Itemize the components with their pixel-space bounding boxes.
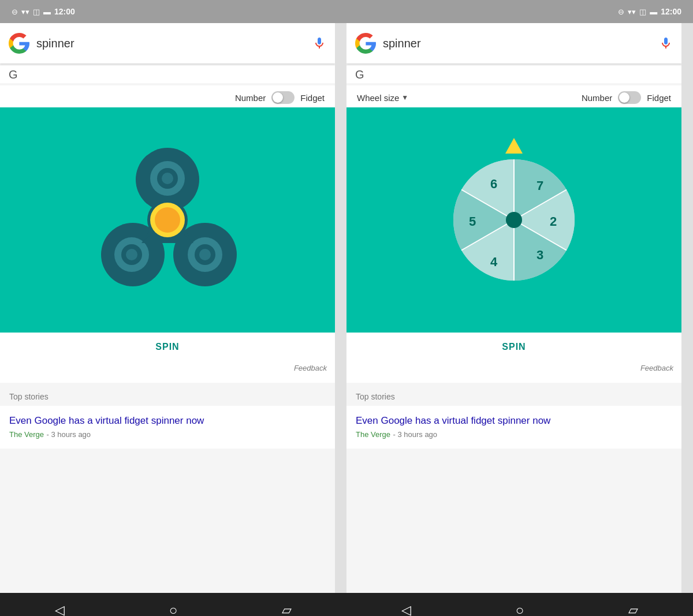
svg-point-17 <box>155 207 180 233</box>
bottom-nav: ◁ ○ ▱ ◁ ○ ▱ <box>0 593 693 616</box>
right-story-card-0[interactable]: Even Google has a virtual fidget spinner… <box>346 406 681 449</box>
dropdown-arrow-icon: ▼ <box>401 94 408 102</box>
left-top-stories: Top stories Even Google has a virtual fi… <box>0 385 335 449</box>
status-time-right: 12:00 <box>661 7 681 16</box>
right-wheel-container: 6 7 2 3 4 5 <box>422 128 606 312</box>
right-toggle-knob <box>619 92 629 103</box>
left-toggle-knob <box>273 92 283 103</box>
right-home-icon[interactable]: ○ <box>516 602 524 616</box>
right-toggle[interactable] <box>618 91 641 104</box>
left-controls-row: Number Fidget <box>0 85 335 107</box>
right-top-stories-label: Top stories <box>346 385 681 406</box>
right-number-label: Number <box>582 93 612 103</box>
right-spinner-area[interactable]: 6 7 2 3 4 5 <box>346 107 681 333</box>
right-nav: ◁ ○ ▱ <box>349 593 690 616</box>
battery-icon-left: ▬ <box>43 8 51 16</box>
right-search-bar[interactable] <box>346 23 681 64</box>
left-story-ago-0: 3 hours ago <box>51 430 91 439</box>
svg-text:2: 2 <box>550 214 557 229</box>
left-story-title-0: Even Google has a virtual fidget spinner… <box>9 415 326 427</box>
left-back-icon[interactable]: ◁ <box>55 603 65 616</box>
left-toggle[interactable] <box>271 91 295 104</box>
mic-icon-left[interactable] <box>312 36 326 50</box>
svg-point-26 <box>506 212 522 228</box>
right-toggle-group: Number Fidget <box>582 91 671 104</box>
battery-icon-right: ▬ <box>650 8 657 16</box>
left-spinner-area[interactable] <box>0 107 335 333</box>
right-fidget-label: Fidget <box>647 93 671 103</box>
google-logo-right <box>355 33 376 54</box>
right-spin-button[interactable]: SPIN <box>346 333 681 361</box>
right-story-ago-0: 3 hours ago <box>397 430 437 439</box>
svg-marker-18 <box>505 138 523 154</box>
fidget-spinner-svg <box>81 133 254 307</box>
wheel-size-button[interactable]: Wheel size ▼ <box>357 93 408 103</box>
google-logo-left <box>9 33 29 54</box>
mic-icon-right[interactable] <box>659 36 673 50</box>
right-story-meta-0: The Verge - 3 hours ago <box>356 429 672 439</box>
left-story-source-0: The Verge <box>9 430 44 439</box>
left-search-bar[interactable] <box>0 23 335 64</box>
left-top-stories-label: Top stories <box>0 385 335 406</box>
left-search-input[interactable] <box>36 37 305 50</box>
right-back-icon[interactable]: ◁ <box>401 603 411 616</box>
right-story-title-0: Even Google has a virtual fidget spinner… <box>356 415 672 427</box>
left-spin-button[interactable]: SPIN <box>0 333 335 361</box>
svg-point-12 <box>199 249 211 260</box>
wheel-size-label: Wheel size <box>357 93 399 103</box>
left-story-card-0[interactable]: Even Google has a virtual fidget spinner… <box>0 406 335 449</box>
signal-icon-left: ◫ <box>33 8 40 16</box>
svg-text:4: 4 <box>490 255 498 269</box>
left-fidget-label: Fidget <box>300 93 325 103</box>
left-story-meta-0: The Verge - 3 hours ago <box>9 429 326 439</box>
status-time-left: 12:00 <box>54 7 75 16</box>
wifi-icon-right: ▾▾ <box>628 8 636 16</box>
right-top-stories: Top stories Even Google has a virtual fi… <box>346 385 681 449</box>
minus-icon-right: ⊖ <box>618 8 624 16</box>
status-right: ⊖ ▾▾ ◫ ▬ 12:00 <box>618 7 681 16</box>
right-panel: G Wheel size ▼ Number Fidget <box>341 23 681 593</box>
left-number-label: Number <box>235 93 266 103</box>
signal-icon-right: ◫ <box>639 8 646 16</box>
wifi-icon-left: ▾▾ <box>21 8 29 16</box>
svg-text:5: 5 <box>469 214 476 229</box>
left-nav: ◁ ○ ▱ <box>3 593 344 616</box>
svg-text:6: 6 <box>490 177 497 191</box>
left-panel: G Number Fidget <box>0 23 341 593</box>
left-fidget-container <box>75 128 260 312</box>
minus-icon-left: ⊖ <box>12 8 18 16</box>
right-story-source-0: The Verge <box>356 430 390 439</box>
status-left: ⊖ ▾▾ ◫ ▬ 12:00 <box>12 7 75 16</box>
svg-point-4 <box>162 173 173 184</box>
right-controls-row: Wheel size ▼ Number Fidget <box>346 85 681 107</box>
svg-text:7: 7 <box>536 178 543 193</box>
left-home-icon[interactable]: ○ <box>169 602 178 616</box>
right-feedback[interactable]: Feedback <box>346 361 681 377</box>
svg-text:3: 3 <box>536 248 543 262</box>
right-search-input[interactable] <box>383 37 652 50</box>
status-bar: ⊖ ▾▾ ◫ ▬ 12:00 ⊖ ▾▾ ◫ ▬ 12:00 <box>0 0 693 23</box>
svg-point-8 <box>126 249 137 260</box>
right-recent-icon[interactable]: ▱ <box>628 603 638 616</box>
left-feedback[interactable]: Feedback <box>0 361 335 377</box>
left-widget-card: Number Fidget <box>0 85 335 383</box>
right-partial-item: G <box>346 66 681 83</box>
wheel-spinner-svg: 6 7 2 3 4 5 <box>422 128 606 312</box>
panels-container: G Number Fidget <box>0 23 693 593</box>
left-recent-icon[interactable]: ▱ <box>282 603 292 616</box>
left-partial-item: G <box>0 66 335 83</box>
right-widget-card: Wheel size ▼ Number Fidget <box>346 85 681 383</box>
